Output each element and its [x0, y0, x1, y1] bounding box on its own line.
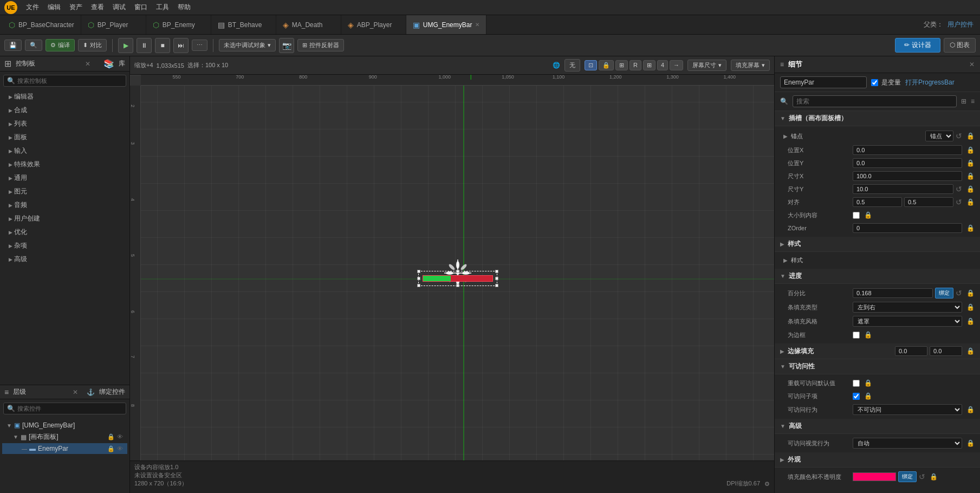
anchor-reset-icon[interactable]: ↺	[956, 132, 962, 140]
category-editor[interactable]: 编辑器	[0, 90, 129, 103]
section-style1[interactable]: ▶ 样式	[775, 237, 980, 252]
compare-button[interactable]: ⬍ 对比	[78, 39, 107, 51]
grid-mode-btn[interactable]: ⊞	[615, 60, 628, 70]
widget-name-input[interactable]	[780, 76, 867, 88]
category-primitive[interactable]: 图元	[0, 185, 129, 198]
align-x-input[interactable]	[853, 197, 902, 207]
category-input[interactable]: 输入	[0, 144, 129, 158]
handle-br[interactable]	[495, 284, 498, 287]
color-reset[interactable]: ↺	[919, 472, 925, 481]
browse-button[interactable]: 🔍	[25, 40, 42, 51]
section-progress[interactable]: ▼ 进度	[775, 269, 980, 284]
details-search-input[interactable]	[793, 95, 957, 107]
compile-button[interactable]: ⚙ 编译	[46, 39, 75, 51]
position-y-input[interactable]	[853, 158, 962, 168]
menu-window[interactable]: 窗口	[134, 3, 147, 12]
eye-icon2[interactable]: 👁	[117, 445, 123, 452]
category-audio[interactable]: 音频	[0, 198, 129, 212]
world-button[interactable]: 无	[564, 59, 580, 72]
widget-container[interactable]	[423, 264, 493, 282]
is-border-checkbox[interactable]	[853, 332, 860, 339]
lock-icon[interactable]: 🔒	[107, 433, 115, 440]
handle-ml[interactable]	[417, 277, 420, 280]
color-lock[interactable]: 🔒	[930, 473, 938, 481]
is-variable-checkbox[interactable]	[871, 79, 878, 86]
tree-item-canvas-panel[interactable]: ▼ ▦ [画布面板] 🔒 👁	[2, 431, 127, 443]
tab-bp-player[interactable]: ⬡ BP_Player	[81, 15, 146, 34]
category-optimize[interactable]: 优化	[0, 225, 129, 239]
category-panel[interactable]: 面板	[0, 131, 129, 144]
bind-button[interactable]: 绑定	[935, 288, 953, 299]
handle-bm[interactable]	[456, 284, 459, 287]
handle-mr[interactable]	[495, 277, 498, 280]
accessible-child-checkbox[interactable]	[853, 393, 860, 400]
size-x-lock[interactable]: 🔒	[966, 172, 975, 180]
tab-bp-enemy[interactable]: ⬡ BP_Enemy	[146, 15, 211, 34]
save-button[interactable]: 💾	[4, 40, 22, 51]
section-accessibility[interactable]: ▼ 可访问性	[775, 359, 980, 374]
align-reset[interactable]: ↺	[956, 198, 962, 206]
align-lock[interactable]: 🔒	[966, 198, 975, 206]
menu-assets[interactable]: 资产	[69, 3, 82, 12]
category-effects[interactable]: 特殊效果	[0, 158, 129, 171]
progress-widget[interactable]	[423, 275, 493, 282]
tab-umg-enemybar[interactable]: ▣ UMG_EnemyBar ✕	[406, 15, 487, 34]
category-list[interactable]: 列表	[0, 117, 129, 131]
camera-button[interactable]: 📷	[279, 38, 294, 53]
size-y-reset[interactable]: ↺	[956, 185, 962, 193]
reflect-button[interactable]: ⊞ 控件反射器	[297, 39, 344, 51]
menu-help[interactable]: 帮助	[178, 3, 191, 12]
play-button[interactable]: ▶	[118, 38, 133, 53]
pos-y-lock[interactable]: 🔒	[966, 159, 975, 167]
sub-style[interactable]: ▶ 样式	[775, 254, 980, 267]
layers-search-box[interactable]: 🔍	[3, 403, 126, 414]
position-x-input[interactable]	[853, 145, 962, 155]
size-x-input[interactable]	[853, 171, 962, 181]
columns-icon[interactable]: ⊞	[961, 98, 966, 105]
fill-screen-button[interactable]: 填充屏幕 ▾	[731, 60, 770, 71]
fill-type-lock[interactable]: 🔒	[966, 303, 975, 311]
stc-lock[interactable]: 🔒	[864, 211, 872, 219]
menu-debug[interactable]: 调试	[113, 3, 126, 12]
lock-icon2[interactable]: 🔒	[107, 445, 115, 452]
tree-item-umg-enemybar[interactable]: ▼ ▣ [UMG_EnemyBar]	[2, 420, 127, 431]
r-mode-btn[interactable]: R	[629, 60, 641, 70]
stop-button[interactable]: ■	[155, 38, 170, 53]
close-tab-icon[interactable]: ✕	[475, 22, 479, 28]
handle-tm[interactable]	[456, 270, 459, 273]
bar-fill-style-select[interactable]: 遮罩	[853, 316, 962, 327]
tree-item-enemypar[interactable]: — ▬ EnemyPar 🔒 👁	[2, 443, 127, 454]
bar-fill-type-select[interactable]: 左到右	[853, 302, 962, 313]
pos-x-lock[interactable]: 🔒	[966, 146, 975, 154]
num4-btn[interactable]: 4	[657, 60, 668, 70]
grid2-btn[interactable]: ⊞	[643, 60, 656, 70]
layers-panel-close[interactable]: ✕	[73, 388, 78, 396]
mode-btn-active[interactable]: ⊡	[585, 60, 597, 70]
is-border-lock[interactable]: 🔒	[864, 331, 872, 339]
control-search-input[interactable]	[17, 77, 122, 84]
designer-button[interactable]: ✏ 设计器	[895, 38, 940, 53]
filter-icon[interactable]: ≡	[971, 98, 975, 105]
handle-tr[interactable]	[495, 270, 498, 273]
category-general[interactable]: 通用	[0, 171, 129, 185]
handle-tl[interactable]	[417, 270, 420, 273]
graph-button[interactable]: ⬡ 图表	[944, 38, 976, 53]
category-user-created[interactable]: 用户创建	[0, 212, 129, 225]
section-margin[interactable]: ▶ 边缘填充 🔒	[775, 343, 980, 359]
section-appearance[interactable]: ▶ 外观	[775, 452, 980, 468]
align-y-input[interactable]	[904, 197, 953, 207]
margin-x-input[interactable]	[895, 346, 927, 356]
skip-button[interactable]: ⏭	[173, 38, 189, 53]
accessible-behavior-select[interactable]: 不可访问	[853, 404, 962, 415]
visual-behavior-lock[interactable]: 🔒	[966, 439, 975, 447]
margin-lock[interactable]: 🔒	[966, 347, 975, 355]
override-lock[interactable]: 🔒	[864, 379, 872, 387]
more-options-button[interactable]: ⋯	[192, 40, 207, 51]
zorder-lock[interactable]: 🔒	[966, 224, 975, 232]
tab-bt-behave[interactable]: ▤ BT_Behave	[211, 15, 276, 34]
category-misc[interactable]: 杂项	[0, 239, 129, 252]
percent-lock[interactable]: 🔒	[966, 289, 975, 297]
override-default-checkbox[interactable]	[853, 380, 860, 387]
tab-abp-player[interactable]: ◈ ABP_Player	[341, 15, 406, 34]
menu-edit[interactable]: 编辑	[48, 3, 61, 12]
